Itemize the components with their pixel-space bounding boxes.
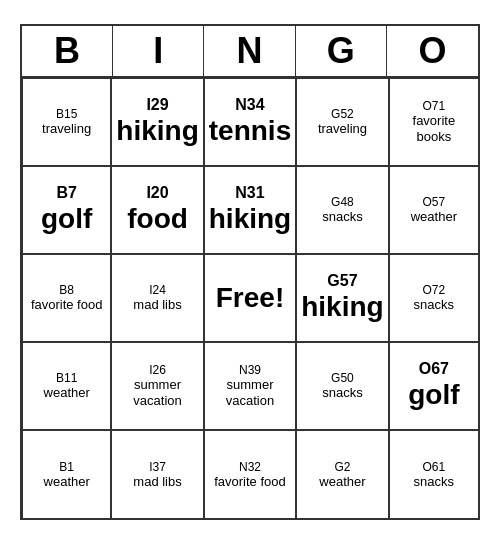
bingo-cell-17: N39summer vacation xyxy=(204,342,296,430)
cell-word: hiking xyxy=(209,202,291,236)
cell-word: snacks xyxy=(414,474,454,490)
cell-word: golf xyxy=(41,202,92,236)
bingo-cell-24: O61snacks xyxy=(389,430,478,518)
cell-word: mad libs xyxy=(133,474,181,490)
cell-code: N39 xyxy=(239,363,261,377)
bingo-cell-16: I26summer vacation xyxy=(111,342,203,430)
cell-word: food xyxy=(127,202,188,236)
bingo-cell-7: N31hiking xyxy=(204,166,296,254)
cell-code: O61 xyxy=(423,460,446,474)
bingo-cell-19: O67golf xyxy=(389,342,478,430)
cell-word: snacks xyxy=(322,209,362,225)
bingo-cell-13: G57hiking xyxy=(296,254,388,342)
cell-word: weather xyxy=(44,385,90,401)
cell-code: I26 xyxy=(149,363,166,377)
cell-word: favorite food xyxy=(214,474,286,490)
cell-code: N31 xyxy=(235,184,264,202)
cell-code: G52 xyxy=(331,107,354,121)
cell-word: traveling xyxy=(42,121,91,137)
cell-word: summer vacation xyxy=(116,377,198,408)
bingo-cell-2: N34tennis xyxy=(204,78,296,166)
cell-code: B15 xyxy=(56,107,77,121)
cell-code: B11 xyxy=(56,371,77,385)
cell-code: O57 xyxy=(423,195,446,209)
cell-code: I20 xyxy=(146,184,168,202)
cell-word: favorite food xyxy=(31,297,103,313)
cell-code: B1 xyxy=(59,460,74,474)
bingo-cell-8: G48snacks xyxy=(296,166,388,254)
cell-code: N32 xyxy=(239,460,261,474)
cell-word: weather xyxy=(44,474,90,490)
cell-word: weather xyxy=(319,474,365,490)
cell-code: O71 xyxy=(423,99,446,113)
bingo-cell-4: O71favorite books xyxy=(389,78,478,166)
cell-word: traveling xyxy=(318,121,367,137)
bingo-cell-6: I20food xyxy=(111,166,203,254)
bingo-cell-23: G2weather xyxy=(296,430,388,518)
bingo-cell-22: N32favorite food xyxy=(204,430,296,518)
free-cell-text: Free! xyxy=(216,282,284,314)
cell-code: I29 xyxy=(146,96,168,114)
bingo-grid: B15travelingI29hikingN34tennisG52traveli… xyxy=(22,78,478,518)
bingo-cell-18: G50snacks xyxy=(296,342,388,430)
bingo-cell-0: B15traveling xyxy=(22,78,111,166)
cell-code: N34 xyxy=(235,96,264,114)
cell-word: weather xyxy=(411,209,457,225)
header-letter-g: G xyxy=(296,26,387,76)
bingo-cell-20: B1weather xyxy=(22,430,111,518)
cell-code: G57 xyxy=(327,272,357,290)
bingo-card: BINGO B15travelingI29hikingN34tennisG52t… xyxy=(20,24,480,520)
cell-code: G50 xyxy=(331,371,354,385)
header-letter-i: I xyxy=(113,26,204,76)
bingo-cell-10: B8favorite food xyxy=(22,254,111,342)
cell-code: I37 xyxy=(149,460,166,474)
cell-code: B8 xyxy=(59,283,74,297)
cell-word: summer vacation xyxy=(209,377,291,408)
header-letter-b: B xyxy=(22,26,113,76)
bingo-cell-14: O72snacks xyxy=(389,254,478,342)
cell-word: snacks xyxy=(322,385,362,401)
cell-word: snacks xyxy=(414,297,454,313)
bingo-cell-15: B11weather xyxy=(22,342,111,430)
bingo-cell-1: I29hiking xyxy=(111,78,203,166)
bingo-cell-11: I24mad libs xyxy=(111,254,203,342)
cell-code: O67 xyxy=(419,360,449,378)
bingo-cell-21: I37mad libs xyxy=(111,430,203,518)
cell-code: G48 xyxy=(331,195,354,209)
bingo-header: BINGO xyxy=(22,26,478,78)
cell-code: B7 xyxy=(56,184,76,202)
cell-code: O72 xyxy=(423,283,446,297)
cell-code: I24 xyxy=(149,283,166,297)
cell-code: G2 xyxy=(334,460,350,474)
header-letter-o: O xyxy=(387,26,478,76)
header-letter-n: N xyxy=(204,26,295,76)
cell-word: hiking xyxy=(301,290,383,324)
cell-word: mad libs xyxy=(133,297,181,313)
cell-word: hiking xyxy=(116,114,198,148)
bingo-cell-5: B7golf xyxy=(22,166,111,254)
bingo-cell-3: G52traveling xyxy=(296,78,388,166)
cell-word: golf xyxy=(408,378,459,412)
cell-word: tennis xyxy=(209,114,291,148)
cell-word: favorite books xyxy=(394,113,474,144)
bingo-cell-12: Free! xyxy=(204,254,296,342)
bingo-cell-9: O57weather xyxy=(389,166,478,254)
